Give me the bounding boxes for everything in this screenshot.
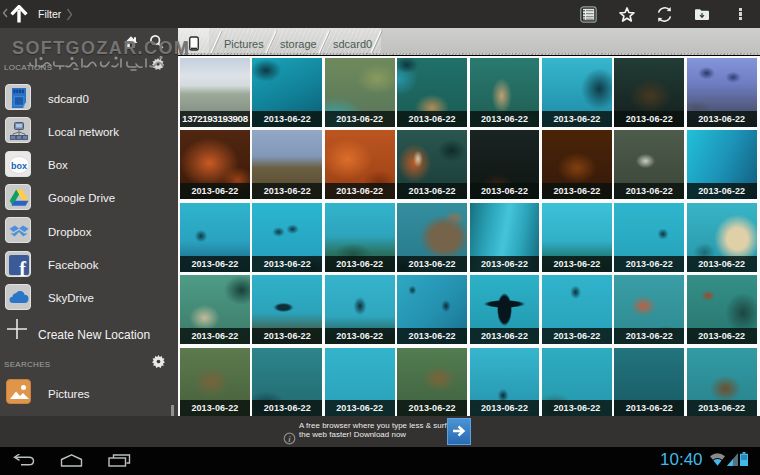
svg-text:i: i <box>288 434 291 444</box>
svg-text:f: f <box>19 257 26 277</box>
svg-text:box: box <box>11 160 27 170</box>
